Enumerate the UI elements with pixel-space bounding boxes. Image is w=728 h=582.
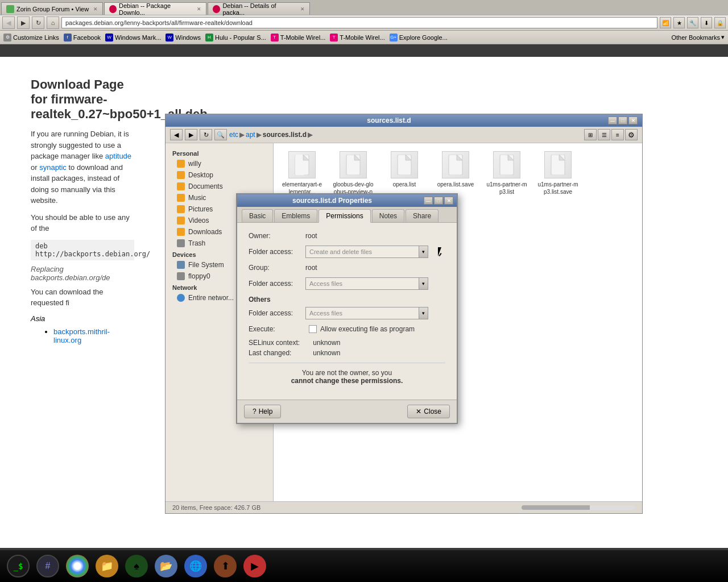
- fm-grid-view-button[interactable]: ⊞: [584, 129, 597, 140]
- file-item-u1ms2[interactable]: u1ms-partner-mp3.list.save: [535, 149, 581, 205]
- opera-list-save-icon: [442, 151, 469, 178]
- fm-back-button[interactable]: ◀: [170, 129, 183, 140]
- fm-list-view-button[interactable]: ☰: [598, 129, 610, 140]
- props-minimize-button[interactable]: —: [424, 197, 433, 205]
- tab-basic[interactable]: Basic: [242, 209, 273, 222]
- others-folder-access-select[interactable]: Access files: [305, 307, 419, 319]
- owner-folder-access-arrow[interactable]: ▾: [419, 246, 428, 258]
- group-folder-access-arrow[interactable]: ▾: [419, 277, 428, 290]
- download-icon[interactable]: ⬇: [701, 17, 712, 28]
- fm-compact-view-button[interactable]: ≡: [611, 129, 624, 140]
- taskbar-backup[interactable]: ⬆: [212, 552, 239, 580]
- nautilus-icon: 📁: [96, 555, 118, 577]
- rss-icon[interactable]: 📶: [660, 17, 671, 28]
- page-para1: If you are running Debian, it is strongl…: [31, 128, 134, 206]
- fm-forward-button[interactable]: ▶: [185, 129, 197, 140]
- execute-checkbox-label: Allow executing file as program: [320, 325, 415, 333]
- forward-button[interactable]: ▶: [17, 16, 30, 29]
- help-button[interactable]: ? Help: [244, 405, 281, 418]
- close-icon: ✕: [416, 408, 421, 415]
- bookmark-google[interactable]: G+ Explore Google...: [390, 34, 448, 41]
- bookmark-tmobile2[interactable]: T T-Mobile Wirel...: [330, 34, 384, 41]
- tab-share[interactable]: Share: [406, 209, 439, 222]
- breadcrumb-etc[interactable]: etc: [229, 131, 238, 139]
- floppy-icon: [177, 272, 185, 280]
- network-taskbar-icon: 🌐: [184, 555, 207, 577]
- bookmark-tmobile1[interactable]: T T-Mobile Wirel...: [271, 34, 325, 41]
- fm-minimize-button[interactable]: —: [608, 117, 617, 124]
- close-button[interactable]: ✕ Close: [407, 405, 450, 418]
- tab-close-zorin[interactable]: ✕: [93, 6, 98, 12]
- bookmark-facebook[interactable]: f Facebook: [64, 34, 101, 41]
- group-folder-access-select[interactable]: Access files: [305, 277, 419, 290]
- home-button[interactable]: ⌂: [47, 16, 59, 29]
- bookmark-windows[interactable]: W Windows: [166, 34, 201, 41]
- extension-icon[interactable]: 🔧: [687, 17, 698, 28]
- execute-checkbox[interactable]: [309, 325, 317, 333]
- breadcrumb-sep2: ▶: [257, 131, 262, 139]
- tab-close-details[interactable]: ✕: [300, 6, 305, 12]
- fm-refresh-button[interactable]: ↻: [200, 129, 212, 140]
- sidebar-item-documents[interactable]: Documents: [166, 181, 273, 192]
- windows-icon: W: [166, 34, 173, 41]
- security-icon[interactable]: 🔒: [714, 17, 726, 28]
- owner-folder-access-select[interactable]: Create and delete files: [305, 246, 419, 258]
- breadcrumb-apt[interactable]: apt: [246, 131, 255, 139]
- taskbar-calc[interactable]: #: [34, 552, 61, 580]
- sidebar-item-willy[interactable]: willy: [166, 158, 273, 169]
- back-button[interactable]: ◀: [2, 16, 15, 29]
- taskbar-terminal[interactable]: _$: [5, 552, 32, 580]
- props-maximize-button[interactable]: □: [434, 197, 443, 205]
- tab-favicon-details: [213, 5, 220, 13]
- music-label: Music: [188, 194, 206, 202]
- backports-link[interactable]: backports.mithril-linux.org: [53, 327, 110, 344]
- u1ms2-name: u1ms-partner-mp3.list.save: [537, 181, 578, 196]
- opera-list-icon: [391, 151, 418, 178]
- bookmark-customize[interactable]: ⚙ Customize Links: [3, 34, 59, 41]
- synaptic-link[interactable]: synaptic: [39, 163, 67, 172]
- tab-debian-download[interactable]: Debian -- Package Downlo... ✕: [104, 2, 206, 15]
- taskbar-vmware[interactable]: ▶: [241, 552, 268, 580]
- opera-list-name: opera.list: [393, 181, 416, 188]
- bookmarks-more-button[interactable]: Other Bookmarks ▾: [671, 34, 725, 41]
- fm-settings-button[interactable]: ⚙: [625, 129, 638, 140]
- refresh-button[interactable]: ↻: [32, 16, 44, 29]
- tab-zorin[interactable]: Zorin Group Forum • View ✕: [1, 2, 103, 15]
- taskbar-chrome[interactable]: [64, 552, 91, 580]
- file-item-u1ms1[interactable]: u1ms-partner-mp3.list: [484, 149, 530, 205]
- bookmark-windows-mark[interactable]: W Windows Mark...: [105, 34, 161, 41]
- tab-notes[interactable]: Notes: [372, 209, 404, 222]
- tab-debian-details[interactable]: Debian -- Details of packa... ✕: [208, 2, 310, 15]
- owner-folder-access-row: Folder access: Create and delete files ▾: [249, 246, 445, 258]
- props-notice-line2: cannot change these permissions.: [249, 377, 445, 385]
- tab-emblems[interactable]: Emblems: [274, 209, 317, 222]
- fm-close-button[interactable]: ✕: [628, 117, 638, 124]
- owner-folder-access-label: Folder access:: [249, 248, 305, 256]
- address-bar[interactable]: packages.debian.org/lenny-backports/all/…: [61, 17, 657, 28]
- fm-zoom-button[interactable]: 🔍: [214, 129, 227, 140]
- taskbar-network[interactable]: 🌐: [182, 552, 209, 580]
- tab-permissions[interactable]: Permissions: [318, 209, 370, 223]
- bookmark-hulu[interactable]: H Hulu - Popular S...: [205, 34, 266, 41]
- fm-maximize-button[interactable]: □: [618, 117, 627, 124]
- svg-rect-9: [500, 155, 514, 175]
- sidebar-item-desktop[interactable]: Desktop: [166, 169, 273, 181]
- files-icon: 📂: [155, 555, 177, 577]
- taskbar-solitaire[interactable]: ♠: [123, 552, 150, 580]
- props-close-button[interactable]: ✕: [444, 197, 453, 205]
- tab-close-debian[interactable]: ✕: [197, 6, 201, 12]
- taskbar-nautilus[interactable]: 📁: [93, 552, 121, 580]
- bookmarks-more-label: Other Bookmarks: [671, 34, 720, 41]
- hulu-icon: H: [205, 34, 213, 41]
- aptitude-link[interactable]: aptitude: [105, 152, 131, 160]
- help-label: Help: [259, 408, 273, 415]
- bookmark-star-icon[interactable]: ★: [673, 17, 685, 28]
- tab-label-zorin: Zorin Group Forum • View: [16, 6, 89, 13]
- code-block: deb http://backports.debian.org/: [31, 240, 134, 260]
- downloads-icon: [177, 228, 185, 236]
- taskbar-files[interactable]: 📂: [152, 552, 180, 580]
- filesystem-label: File System: [188, 261, 224, 269]
- webpage: Download Page for firmware-realtek_0.27~…: [0, 57, 165, 548]
- others-folder-access-arrow[interactable]: ▾: [419, 307, 428, 319]
- breadcrumb-sourceslistd[interactable]: sources.list.d: [263, 131, 307, 139]
